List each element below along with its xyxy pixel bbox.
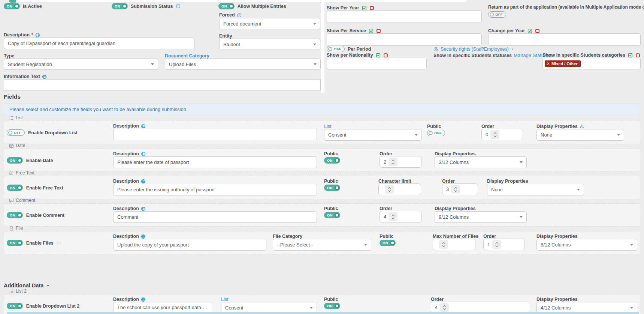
date-description-input[interactable]: Please enter the date of passport — [113, 156, 317, 168]
globe-icon[interactable] — [141, 206, 146, 211]
free-text-public-toggle[interactable]: ON — [324, 185, 340, 191]
comment-public-toggle[interactable]: ON — [324, 212, 340, 218]
enable-dropdown-list-toggle[interactable]: OFF — [7, 129, 25, 136]
globe-icon[interactable] — [141, 179, 146, 184]
return-as-part-toggle[interactable]: OFF — [488, 11, 506, 18]
entity-label: Entity — [219, 33, 232, 39]
comment-display-label: Display Properties — [435, 206, 476, 211]
enable-files-toggle[interactable]: ON — [7, 240, 23, 246]
field-row-date-legend: Date — [7, 143, 27, 148]
character-limit-input[interactable] — [378, 183, 421, 195]
file-order-input[interactable]: 1 — [483, 239, 525, 250]
file-public-toggle[interactable]: ON — [380, 240, 396, 246]
red-square-icon[interactable] — [383, 53, 388, 58]
file-category-select[interactable]: --Please Select-- — [273, 239, 371, 251]
check-square-icon[interactable] — [527, 29, 532, 33]
file-display-properties-select[interactable]: 8/12 Columns — [536, 239, 637, 251]
return-as-part-label-row: Return as part of the application (avail… — [488, 5, 644, 10]
free-text-order-input[interactable]: 3 — [442, 183, 478, 195]
file-public-label: Public — [380, 234, 394, 239]
field-row-comment — [4, 203, 640, 227]
spinner-icons[interactable] — [439, 240, 448, 249]
red-square-icon[interactable] — [369, 6, 374, 11]
is-active-field: ON Is Active — [4, 3, 42, 9]
show-categories-label-row: Show in specific Students categories — [542, 53, 640, 58]
spinner-icons[interactable] — [440, 303, 449, 312]
list-display-properties-select[interactable]: None — [536, 129, 624, 141]
allow-multiple-entries-toggle[interactable]: ON — [218, 3, 235, 9]
person-security-icon — [433, 47, 439, 52]
globe-icon[interactable] — [141, 234, 146, 239]
globe-icon[interactable] — [42, 74, 47, 79]
max-files-input[interactable] — [433, 239, 475, 250]
list2-order-input[interactable]: 4 — [431, 302, 530, 313]
globe-icon[interactable] — [35, 33, 40, 38]
spinner-icons[interactable] — [451, 185, 460, 194]
date-display-properties-select[interactable]: 3/12 Columns — [435, 156, 527, 168]
list-select[interactable]: Consent — [324, 129, 422, 141]
document-category-select[interactable]: Upload Files — [165, 59, 321, 70]
list2-list-label: List — [221, 297, 228, 302]
forced-select[interactable]: Forced document — [219, 18, 320, 29]
file-icon — [9, 226, 14, 231]
check-square-icon[interactable] — [628, 53, 633, 58]
comment-order-input[interactable]: 4 — [380, 211, 422, 222]
red-square-icon[interactable] — [535, 29, 540, 33]
globe-icon[interactable] — [141, 124, 146, 129]
additional-data-header[interactable]: Additional Data — [4, 282, 50, 288]
spinner-icons[interactable] — [492, 240, 501, 249]
information-text-input[interactable] — [4, 79, 321, 90]
type-select[interactable]: Student Registration — [4, 59, 158, 70]
date-public-toggle[interactable]: ON — [324, 157, 340, 164]
list-order-input[interactable]: 0 — [481, 129, 523, 140]
information-text-label: Information Text — [4, 74, 40, 79]
list2-description-label: Description — [113, 297, 146, 302]
sitemap-icon[interactable] — [580, 124, 584, 129]
spinner-icons[interactable] — [385, 185, 394, 194]
red-square-icon[interactable] — [635, 53, 640, 58]
submission-status-toggle[interactable]: ON — [112, 3, 128, 9]
is-active-toggle[interactable]: ON — [4, 3, 20, 9]
enable-comment-toggle[interactable]: ON — [7, 212, 23, 218]
free-text-description-input[interactable]: Please enter the issuing authority of pa… — [113, 184, 317, 195]
date-public-label: Public — [324, 151, 338, 156]
globe-icon[interactable] — [141, 152, 146, 156]
spinner-icons[interactable] — [388, 158, 397, 166]
change-per-year-input[interactable] — [488, 33, 641, 46]
file-description-input[interactable]: Upload the copy of your passport — [113, 239, 266, 251]
check-square-icon[interactable] — [369, 29, 374, 33]
spinner-icons[interactable] — [490, 130, 499, 139]
enable-dropdown-list2-toggle[interactable]: ON — [7, 303, 23, 309]
close-icon[interactable] — [547, 62, 550, 65]
info-icon[interactable] — [176, 4, 181, 9]
enable-date-toggle[interactable]: ON — [7, 157, 23, 164]
chevron-down-icon[interactable] — [46, 283, 50, 288]
list-icon — [9, 289, 14, 294]
entity-select[interactable]: Student — [219, 39, 320, 50]
show-per-year-input[interactable] — [327, 11, 482, 23]
enable-free-text-toggle[interactable]: ON — [7, 185, 23, 191]
date-order-input[interactable]: 2 — [380, 156, 422, 168]
check-square-icon[interactable] — [362, 6, 367, 11]
students-categories-input[interactable]: Mixed / Other — [542, 58, 641, 69]
comment-display-properties-select[interactable]: 9/12 Columns — [435, 211, 527, 223]
red-square-icon[interactable] — [376, 29, 381, 33]
check-square-icon[interactable] — [376, 53, 381, 58]
free-text-display-properties-select[interactable]: None — [487, 184, 584, 195]
info-icon[interactable] — [237, 13, 242, 18]
category-tag[interactable]: Mixed / Other — [545, 60, 581, 67]
show-per-service-input[interactable] — [327, 33, 482, 46]
per-period-toggle[interactable]: OFF — [327, 46, 345, 52]
list-description-input[interactable] — [113, 129, 317, 140]
spinner-icons[interactable] — [388, 212, 397, 221]
enable-files-field: ON Enable Files — [7, 240, 61, 246]
globe-icon[interactable] — [141, 297, 146, 302]
show-per-nationality-input[interactable] — [327, 58, 427, 69]
security-rights-link[interactable]: Security rights (Staff/Employees) — [441, 47, 509, 52]
comment-description-input[interactable]: Comment — [113, 211, 317, 223]
description-input[interactable]: Copy of ID/passport of each parent/legal… — [4, 38, 195, 49]
more-icon[interactable] — [57, 241, 61, 245]
field-row-date — [4, 149, 640, 172]
list2-public-toggle[interactable]: ON — [324, 303, 340, 309]
list-public-toggle[interactable]: OFF — [427, 130, 445, 136]
